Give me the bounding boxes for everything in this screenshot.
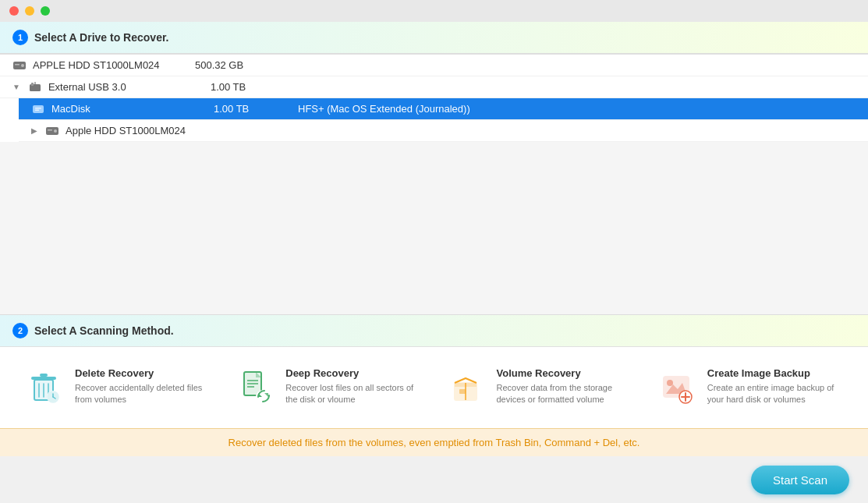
deep-recovery-icon [234, 367, 275, 408]
scan-method-image-backup[interactable]: Create Image Backup Create an entire ima… [645, 360, 856, 416]
main-content: 1 Select A Drive to Recover. APPLE HDD S… [0, 22, 868, 503]
drive-name-apple-hdd-2: Apple HDD ST1000LM024 [66, 125, 221, 136]
hdd-icon [12, 60, 27, 71]
volume-recovery-desc: Recover data from the storage devices or… [497, 382, 634, 406]
section2-title: Select A Scanning Method. [34, 324, 174, 337]
volume-recovery-label: Volume Recovery [497, 367, 634, 379]
drive-list: APPLE HDD ST1000LM024 500.32 GB ▼ Extern… [0, 54, 868, 142]
delete-recovery-desc: Recover accidentally deleted files from … [75, 382, 212, 406]
usb-icon [28, 82, 42, 93]
info-bar: Recover deleted files from the volumes, … [0, 428, 868, 456]
titlebar [0, 0, 868, 22]
footer: Start Scan [0, 456, 868, 503]
delete-recovery-text: Delete Recovery Recover accidentally del… [75, 367, 212, 406]
svg-rect-8 [35, 109, 39, 111]
partition-icon-macdisk [31, 104, 45, 115]
section1-header: 1 Select A Drive to Recover. [0, 22, 868, 53]
volume-recovery-text: Volume Recovery Recover data from the st… [497, 367, 634, 406]
expand-arrow-usb[interactable]: ▼ [12, 83, 20, 91]
delete-recovery-label: Delete Recovery [75, 367, 212, 379]
svg-rect-6 [33, 105, 44, 113]
close-button[interactable] [9, 6, 19, 16]
svg-rect-11 [48, 129, 52, 131]
svg-rect-15 [40, 374, 48, 377]
section1-number: 1 [12, 30, 28, 45]
info-bar-text: Recover deleted files from the volumes, … [229, 437, 640, 448]
svg-rect-2 [15, 64, 19, 66]
spacer [0, 142, 868, 314]
section1-drive-select: 1 Select A Drive to Recover. [0, 22, 868, 54]
drive-row-external-usb[interactable]: ▼ External USB 3.0 1.00 TB [0, 76, 868, 98]
scan-method-deep-recovery[interactable]: Deep Recovery Recover lost files on all … [223, 360, 434, 416]
svg-rect-14 [31, 377, 56, 380]
image-backup-desc: Create an entire image backup of your ha… [707, 382, 845, 406]
section2-number: 2 [12, 323, 28, 338]
svg-point-1 [21, 64, 24, 67]
section2-scanning-select: 2 Select A Scanning Method. [0, 314, 868, 346]
image-backup-text: Create Image Backup Create an entire ima… [707, 367, 845, 406]
svg-rect-5 [34, 82, 36, 84]
drive-size-macdisk: 1.00 TB [214, 103, 292, 115]
image-backup-label: Create Image Backup [707, 367, 845, 379]
maximize-button[interactable] [41, 6, 50, 16]
section2-header: 2 Select A Scanning Method. [0, 315, 868, 346]
scan-method-volume-recovery[interactable]: Volume Recovery Recover data from the st… [434, 360, 645, 416]
deep-recovery-text: Deep Recovery Recover lost files on all … [285, 367, 423, 406]
svg-point-36 [667, 380, 673, 386]
footer-background [0, 456, 868, 503]
drive-row-apple-hdd-1[interactable]: APPLE HDD ST1000LM024 500.32 GB [0, 55, 868, 76]
drive-name-macdisk: MacDisk [51, 103, 207, 115]
svg-point-10 [54, 129, 57, 133]
drive-format-macdisk: HFS+ (Mac OS Extended (Journaled)) [298, 103, 856, 115]
image-backup-icon [656, 367, 696, 408]
svg-rect-7 [35, 108, 41, 109]
section1-title: Select A Drive to Recover. [34, 31, 168, 44]
start-scan-button[interactable]: Start Scan [751, 466, 849, 494]
drive-size-apple-hdd-1: 500.32 GB [195, 59, 273, 71]
volume-recovery-icon [445, 367, 486, 408]
scan-method-delete-recovery[interactable]: Delete Recovery Recover accidentally del… [12, 360, 223, 416]
drive-size-external-usb: 1.00 TB [211, 81, 289, 93]
drive-name-apple-hdd-1: APPLE HDD ST1000LM024 [33, 59, 189, 71]
delete-recovery-icon [23, 367, 64, 408]
scan-methods-list: Delete Recovery Recover accidentally del… [0, 346, 868, 428]
svg-rect-33 [455, 383, 477, 387]
minimize-button[interactable] [25, 6, 34, 16]
deep-recovery-label: Deep Recovery [285, 367, 423, 379]
drive-row-apple-hdd-2[interactable]: ▶ Apple HDD ST1000LM024 [19, 120, 868, 142]
drive-name-external-usb: External USB 3.0 [48, 81, 204, 93]
hdd-icon-2 [45, 126, 59, 136]
deep-recovery-desc: Recover lost files on all sectors of the… [285, 382, 423, 406]
svg-rect-4 [31, 83, 34, 86]
svg-rect-34 [459, 389, 466, 394]
expand-arrow-hdd2[interactable]: ▶ [31, 126, 37, 135]
drive-row-macdisk[interactable]: MacDisk 1.00 TB HFS+ (Mac OS Extended (J… [19, 98, 868, 120]
